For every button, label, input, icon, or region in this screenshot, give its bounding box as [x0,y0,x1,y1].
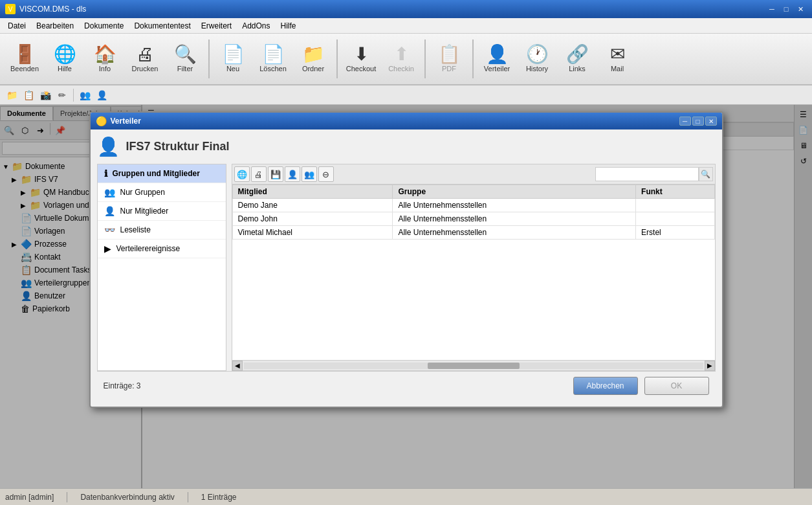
menu-dokumente[interactable]: Dokumente [79,18,129,33]
secondary-toolbar: 📁 📋 📸 ✏ 👥 👤 [0,85,812,105]
dnav-icon-2: 👥 [104,187,115,197]
titlebar-controls: ─ □ ✕ [765,4,807,14]
neu-button[interactable]: 📄 Neu [214,37,252,81]
scrollbar-track[interactable] [244,363,703,369]
history-icon: 🕐 [526,45,549,63]
dialog-doc-title: IFS7 Struktur Final [126,140,230,153]
checkout-button[interactable]: ⬇ Checkout [342,37,380,81]
dialog-cell-funkt-3: Erstel [636,226,714,240]
mail-button[interactable]: ✉ Mail [598,37,637,81]
dialog-cell-funkt-2 [636,212,714,226]
dnav-leseliste[interactable]: 👓 Leseliste [98,221,226,240]
dialog-title-icon: 🟡 [96,116,107,126]
dialog-scrollbar: ◀ ▶ [232,360,715,370]
statusbar: admin [admin] Datenbankverbindung aktiv … [0,488,812,505]
menu-datei[interactable]: Datei [3,18,31,33]
beenden-icon: 🚪 [14,45,36,63]
filter-button[interactable]: 🔍 Filter [166,37,204,81]
dialog-content: ℹ Gruppen und Mitglieder 👥 Nur Gruppen 👤… [97,164,716,371]
dialog-row-1[interactable]: Demo Jane Alle Unternehmensstellen [232,199,714,212]
dialog-minimize-btn[interactable]: ─ [679,117,691,126]
close-button[interactable]: ✕ [794,4,807,14]
menu-erweitert[interactable]: Erweitert [196,18,237,33]
info-button[interactable]: 🏠 Info [85,37,124,81]
hilfe-button[interactable]: 🌐 Hilfe [45,37,84,81]
tb2-btn-1[interactable]: 📁 [4,87,19,103]
drucken-button[interactable]: 🖨 Drucken [126,37,164,81]
loeschen-button[interactable]: 📄 Löschen [254,37,292,81]
dialog-body: 👤 IFS7 Struktur Final ℹ Gruppen und Mitg… [91,129,722,407]
tb2-btn-4[interactable]: ✏ [54,87,70,103]
dialog-maximize-btn[interactable]: □ [692,117,704,126]
dnav-gruppen-mitglieder[interactable]: ℹ Gruppen und Mitglieder [98,164,226,183]
dnav-verteilerereignisse[interactable]: ▶ Verteilerereignisse [98,240,226,258]
tb2-btn-6[interactable]: 👤 [94,87,109,103]
ordner-button[interactable]: 📁 Ordner [294,37,333,81]
dnav-label-3: Nur Mitglieder [120,207,169,216]
menu-addons[interactable]: AddOns [237,18,275,33]
abbrechen-button[interactable]: Abbrechen [573,377,638,395]
pdf-button[interactable]: 📋 PDF [430,37,468,81]
dialog-title-text: Verteiler [111,117,679,126]
dr-btn-user-add[interactable]: 👤 [285,166,300,182]
scrollbar-left-btn[interactable]: ◀ [232,361,243,371]
dnav-nur-mitglieder[interactable]: 👤 Nur Mitglieder [98,202,226,221]
search-icon[interactable]: 🔍 [699,167,713,181]
dialog-right-toolbar: 🌐 🖨 💾 👤 👥 ⊖ 🔍 [232,164,715,185]
links-button[interactable]: 🔗 Links [558,37,597,81]
dialog-cell-funkt-1 [636,199,714,212]
menu-dokumententest[interactable]: Dokumententest [129,18,195,33]
dialog-close-btn[interactable]: ✕ [705,117,717,126]
dr-search: 🔍 [335,167,713,181]
checkin-button[interactable]: ⬆ Checkin [382,37,421,81]
app-title: VISCOM.DMS - dls [19,5,765,14]
ok-button[interactable]: OK [644,377,709,395]
dialog-cell-mitglied-2: Demo John [232,212,393,226]
dnav-label-4: Leseliste [120,225,151,234]
dialog-header-icon: 👤 [97,136,120,157]
hilfe-icon: 🌐 [54,45,76,63]
dialog-win-controls: ─ □ ✕ [679,117,717,126]
dialog-col-funkt[interactable]: Funkt [636,185,714,199]
scrollbar-right-btn[interactable]: ▶ [705,361,715,371]
dnav-icon-1: ℹ [104,168,107,179]
scrollbar-thumb[interactable] [428,363,520,369]
pdf-icon: 📋 [438,45,461,63]
tb2-btn-2[interactable]: 📋 [21,87,36,103]
checkin-icon: ⬆ [394,45,409,63]
dr-btn-save[interactable]: 💾 [268,166,283,182]
toolbar: 🚪 Beenden 🌐 Hilfe 🏠 Info 🖨 Drucken 🔍 Fil… [0,34,812,85]
toolbar-sep-2 [336,39,338,78]
dnav-label-1: Gruppen und Mitglieder [113,169,200,178]
menu-bearbeiten[interactable]: Bearbeiten [31,18,79,33]
history-button[interactable]: 🕐 History [518,37,556,81]
dialog-row-2[interactable]: Demo John Alle Unternehmensstellen [232,212,714,226]
dr-btn-user-remove[interactable]: 👥 [302,166,317,182]
dialog-col-mitglied[interactable]: Mitglied [232,185,393,199]
status-sep-2 [188,492,188,502]
minimize-button[interactable]: ─ [765,4,778,14]
dialog-row-3[interactable]: Vimetal Michael Alle Unternehmensstellen… [232,226,714,240]
titlebar: V VISCOM.DMS - dls ─ □ ✕ [0,0,812,18]
dialog-nav: ℹ Gruppen und Mitglieder 👥 Nur Gruppen 👤… [97,164,226,371]
dialog-search-input[interactable] [595,167,699,181]
loeschen-icon: 📄 [262,45,285,63]
beenden-button[interactable]: 🚪 Beenden [5,37,44,81]
tb2-btn-5[interactable]: 👥 [77,87,93,103]
checkout-icon: ⬇ [354,45,369,63]
dnav-icon-5: ▶ [104,243,111,254]
ordner-icon: 📁 [302,45,325,63]
dr-btn-globe[interactable]: 🌐 [234,166,250,182]
tb2-btn-3[interactable]: 📸 [38,87,53,103]
verteiler-button[interactable]: 👤 Verteiler [477,37,516,81]
dialog-buttons: Abbrechen OK [573,377,709,395]
menu-hilfe[interactable]: Hilfe [276,18,302,33]
menubar: Datei Bearbeiten Dokumente Dokumententes… [0,18,812,34]
dialog-col-gruppe[interactable]: Gruppe [393,185,636,199]
dr-btn-remove[interactable]: ⊖ [318,166,334,182]
dnav-nur-gruppen[interactable]: 👥 Nur Gruppen [98,183,226,202]
maximize-button[interactable]: □ [780,4,793,14]
dr-btn-print[interactable]: 🖨 [251,166,267,182]
filter-icon: 🔍 [174,45,197,63]
status-user: admin [admin] [5,493,54,502]
